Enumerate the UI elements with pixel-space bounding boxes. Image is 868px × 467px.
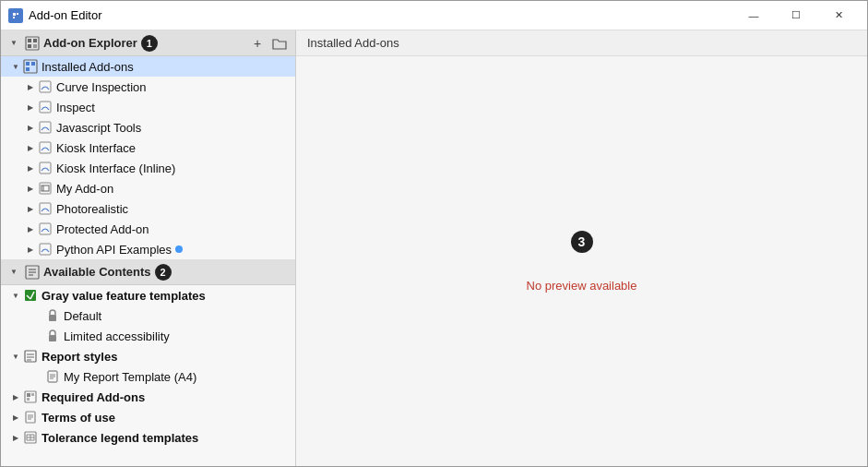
app-icon <box>8 8 23 23</box>
tree-item-kiosk-inline[interactable]: Kiosk Interface (Inline) <box>1 158 295 178</box>
terms-icon <box>23 410 38 425</box>
installed-chevron <box>8 59 23 74</box>
kiosk-inline-label: Kiosk Interface (Inline) <box>56 162 175 175</box>
tolerance-section[interactable]: Tolerance legend templates <box>1 427 295 448</box>
addon-explorer-label: Add-on Explorer <box>43 36 137 50</box>
available-chevron[interactable] <box>6 265 21 280</box>
gray-value-icon <box>23 288 38 303</box>
available-contents-title: Available Contents 2 <box>6 264 290 281</box>
svg-rect-8 <box>33 44 37 48</box>
svg-rect-11 <box>31 62 35 66</box>
installed-icon <box>23 59 38 74</box>
myaddon-label: My Add-on <box>56 182 113 196</box>
tolerance-label: Tolerance legend templates <box>42 431 198 445</box>
tree-item-kiosk[interactable]: Kiosk Interface <box>1 138 295 158</box>
my-report-label: My Report Template (A4) <box>64 370 196 384</box>
photo-icon <box>38 201 53 216</box>
tree-item-myaddon[interactable]: My Add-on <box>1 178 295 198</box>
terms-chevron <box>8 410 23 425</box>
explorer-badge: 1 <box>141 35 158 52</box>
window-title: Add-on Editor <box>29 8 732 22</box>
tree-item-photo[interactable]: Photorealistic <box>1 198 295 219</box>
installed-addons-item[interactable]: Installed Add-ons <box>1 56 295 77</box>
limited-accessibility-item[interactable]: Limited accessibility <box>1 326 295 346</box>
inspect-chevron <box>23 100 38 114</box>
folder-button[interactable] <box>269 33 290 54</box>
svg-rect-31 <box>49 315 56 321</box>
available-contents-icon <box>25 265 40 280</box>
tree-item-inspect[interactable]: Inspect <box>1 97 295 117</box>
my-report-item[interactable]: My Report Template (A4) <box>1 366 295 387</box>
required-chevron <box>8 389 23 404</box>
explorer-chevron[interactable] <box>6 36 21 51</box>
svg-rect-2 <box>17 13 18 15</box>
no-preview-text: No preview available <box>527 279 637 293</box>
addon-explorer-title: Add-on Explorer 1 <box>6 35 247 52</box>
available-contents-header: Available Contents 2 <box>1 259 295 285</box>
svg-rect-12 <box>26 67 30 71</box>
inspect-label: Inspect <box>56 101 95 114</box>
kiosk-inline-icon <box>38 161 53 175</box>
addon-explorer-icon <box>25 36 40 51</box>
report-item-icon <box>45 369 60 384</box>
gray-value-section[interactable]: Gray value feature templates <box>1 285 295 305</box>
svg-rect-32 <box>49 335 56 341</box>
right-panel: Installed Add-ons 3 No preview available <box>296 30 867 466</box>
available-contents-section: Gray value feature templates Default <box>1 285 295 448</box>
available-contents-label: Available Contents <box>43 265 151 279</box>
tree-item-protected[interactable]: Protected Add-on <box>1 219 295 239</box>
jstools-chevron <box>23 120 38 135</box>
report-styles-section[interactable]: Report styles <box>1 346 295 366</box>
tolerance-icon <box>23 430 38 445</box>
window-controls: — ☐ ✕ <box>732 1 860 30</box>
photo-label: Photorealistic <box>56 202 128 216</box>
photo-chevron <box>23 201 38 216</box>
svg-rect-7 <box>28 44 31 48</box>
default-label: Default <box>64 309 101 323</box>
myaddon-chevron <box>23 181 38 196</box>
svg-rect-10 <box>26 62 30 66</box>
explorer-actions: + <box>247 33 290 54</box>
installed-addons-label: Installed Add-ons <box>42 60 134 74</box>
report-chevron <box>8 349 23 364</box>
addon-explorer-header: Add-on Explorer 1 + <box>1 30 295 56</box>
required-addons-icon <box>23 389 38 404</box>
main-content: Add-on Explorer 1 + <box>1 30 867 466</box>
report-styles-label: Report styles <box>42 350 117 364</box>
required-addons-label: Required Add-ons <box>42 390 145 404</box>
svg-rect-6 <box>33 39 37 42</box>
protected-icon <box>38 222 53 236</box>
svg-rect-3 <box>13 17 15 18</box>
default-item[interactable]: Default <box>1 305 295 326</box>
inspect-icon <box>38 100 53 114</box>
tree-item-jstools[interactable]: Javascript Tools <box>1 117 295 138</box>
main-window: Add-on Editor — ☐ ✕ <box>0 0 868 467</box>
add-button[interactable]: + <box>247 33 268 54</box>
limited-lock-icon <box>45 329 60 343</box>
svg-rect-44 <box>27 398 30 401</box>
gray-chevron <box>8 288 23 303</box>
protected-chevron <box>23 222 38 236</box>
tolerance-chevron <box>8 430 23 445</box>
required-addons-section[interactable]: Required Add-ons <box>1 387 295 407</box>
curve-chevron <box>23 79 38 94</box>
svg-rect-19 <box>42 186 49 191</box>
report-styles-icon <box>23 349 38 364</box>
myaddon-icon <box>38 181 53 196</box>
tree-item-python[interactable]: Python API Examples <box>1 239 295 259</box>
maximize-button[interactable]: ☐ <box>775 1 817 30</box>
terms-section[interactable]: Terms of use <box>1 407 295 427</box>
kiosk-chevron <box>23 140 38 155</box>
default-lock-icon <box>45 308 60 323</box>
installed-addons-section: Installed Add-ons Curve Inspection <box>1 56 295 259</box>
kiosk-label: Kiosk Interface <box>56 141 136 155</box>
sidebar: Add-on Explorer 1 + <box>1 30 296 466</box>
kiosk-icon <box>38 140 53 155</box>
close-button[interactable]: ✕ <box>817 1 860 30</box>
tree-item-curve[interactable]: Curve Inspection <box>1 77 295 97</box>
terms-label: Terms of use <box>42 411 115 425</box>
right-header: Installed Add-ons <box>296 30 867 56</box>
python-chevron <box>23 242 38 257</box>
curve-label: Curve Inspection <box>56 80 147 94</box>
minimize-button[interactable]: — <box>732 1 775 30</box>
